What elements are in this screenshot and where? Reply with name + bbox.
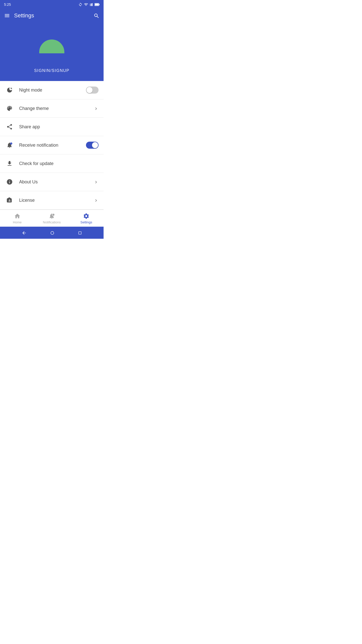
svg-point-10 bbox=[52, 214, 55, 216]
license-item[interactable]: License bbox=[0, 191, 104, 210]
theme-icon bbox=[5, 104, 14, 113]
nav-home[interactable]: Home bbox=[0, 212, 34, 224]
share-app-label: Share app bbox=[19, 124, 99, 130]
settings-nav-icon bbox=[83, 212, 89, 220]
status-bar: 5:25 bbox=[0, 0, 104, 8]
menu-button[interactable] bbox=[4, 13, 10, 19]
share-icon bbox=[5, 122, 14, 131]
night-mode-toggle[interactable] bbox=[86, 87, 99, 94]
receive-notification-item[interactable]: ! Receive notification bbox=[0, 136, 104, 154]
recents-button[interactable] bbox=[78, 230, 82, 235]
notifications-nav-icon bbox=[49, 212, 55, 220]
signin-label[interactable]: SIGNIN/SIGNUP bbox=[34, 68, 69, 73]
change-theme-item[interactable]: Change theme bbox=[0, 99, 104, 118]
back-button[interactable] bbox=[22, 230, 27, 235]
signal-icon bbox=[89, 3, 93, 7]
nav-settings[interactable]: Settings bbox=[69, 212, 104, 224]
change-theme-arrow bbox=[94, 106, 99, 111]
app-bar-title: Settings bbox=[14, 12, 94, 19]
info-icon bbox=[5, 177, 14, 186]
svg-point-11 bbox=[51, 231, 54, 234]
status-time: 5:25 bbox=[4, 3, 11, 7]
toggle-knob bbox=[86, 87, 93, 93]
system-nav-bar bbox=[0, 227, 104, 239]
svg-rect-12 bbox=[78, 231, 81, 234]
receive-notification-label: Receive notification bbox=[19, 143, 86, 148]
home-icon bbox=[14, 212, 21, 220]
svg-rect-5 bbox=[99, 4, 100, 5]
night-mode-item[interactable]: Night mode bbox=[0, 81, 104, 99]
night-mode-icon bbox=[5, 86, 14, 95]
wifi-icon bbox=[84, 3, 88, 7]
settings-nav-label: Settings bbox=[80, 220, 92, 224]
receive-notification-toggle[interactable] bbox=[86, 142, 99, 149]
bottom-nav: Home Notifications Settings bbox=[0, 210, 104, 227]
about-us-item[interactable]: About Us bbox=[0, 173, 104, 191]
status-icons bbox=[78, 3, 100, 7]
search-button[interactable] bbox=[94, 12, 100, 19]
sync-icon bbox=[78, 3, 82, 7]
about-us-arrow bbox=[94, 179, 99, 185]
app-bar: Settings bbox=[0, 8, 104, 23]
home-nav-label: Home bbox=[13, 220, 22, 224]
notifications-nav-label: Notifications bbox=[43, 220, 61, 224]
avatar bbox=[39, 28, 64, 53]
svg-rect-6 bbox=[95, 4, 99, 6]
license-icon bbox=[5, 196, 14, 205]
svg-rect-0 bbox=[90, 5, 90, 6]
license-label: License bbox=[19, 198, 94, 203]
svg-rect-1 bbox=[90, 4, 91, 6]
night-mode-label: Night mode bbox=[19, 88, 86, 93]
home-button[interactable] bbox=[50, 230, 55, 235]
check-update-label: Check for update bbox=[19, 161, 99, 166]
settings-list: Night mode Change theme Share app bbox=[0, 81, 104, 210]
toggle-knob-notification bbox=[92, 142, 98, 148]
hero-section: SIGNIN/SIGNUP bbox=[0, 23, 104, 81]
battery-icon bbox=[95, 3, 100, 6]
nav-notifications[interactable]: Notifications bbox=[34, 212, 69, 224]
avatar-shape bbox=[39, 39, 64, 53]
notification-icon: ! bbox=[5, 141, 14, 150]
check-update-item[interactable]: Check for update bbox=[0, 154, 104, 173]
share-app-item[interactable]: Share app bbox=[0, 118, 104, 136]
license-arrow bbox=[94, 197, 99, 203]
about-us-label: About Us bbox=[19, 179, 94, 185]
update-icon bbox=[5, 159, 14, 168]
svg-rect-2 bbox=[91, 4, 92, 6]
change-theme-label: Change theme bbox=[19, 106, 94, 111]
svg-text:!: ! bbox=[11, 143, 12, 144]
svg-rect-3 bbox=[92, 3, 93, 6]
